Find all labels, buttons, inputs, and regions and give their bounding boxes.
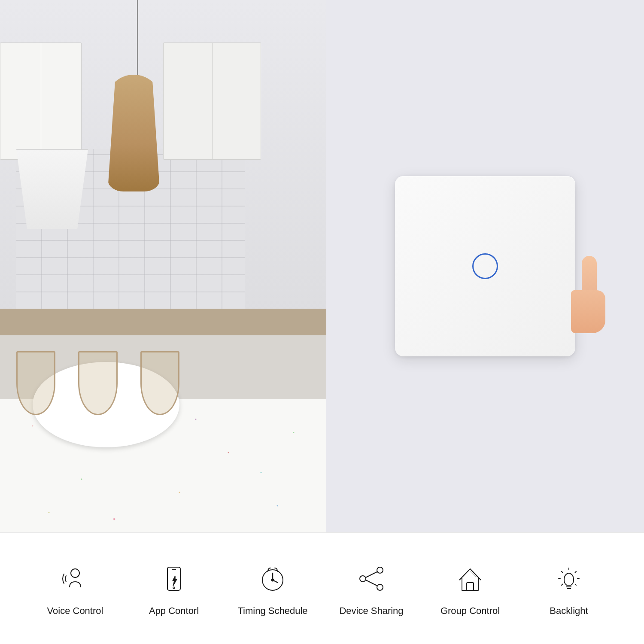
range-hood — [16, 149, 88, 229]
backlight-icon — [550, 559, 588, 598]
top-section — [0, 0, 644, 532]
feature-device-sharing: Device Sharing — [328, 559, 414, 617]
smart-switch-device — [395, 176, 575, 356]
feature-voice-control: Voice Control — [32, 559, 118, 617]
svg-point-10 — [377, 584, 383, 590]
features-section: Voice Control App Contorl — [0, 532, 644, 644]
svg-point-0 — [71, 569, 79, 577]
home-svg — [455, 564, 485, 594]
clock-svg — [258, 564, 288, 594]
bulb-svg — [554, 564, 584, 594]
voice-control-label: Voice Control — [47, 605, 103, 617]
svg-line-12 — [366, 580, 377, 586]
palm — [571, 290, 605, 333]
switch-panel-area — [326, 0, 644, 532]
device-sharing-label: Device Sharing — [339, 605, 403, 617]
share-svg — [356, 564, 386, 594]
chair-1 — [16, 351, 55, 415]
pendant-shade — [108, 75, 160, 192]
kitchen-counter — [0, 309, 326, 335]
svg-rect-13 — [467, 583, 474, 590]
svg-line-11 — [366, 572, 377, 577]
voice-svg — [60, 564, 90, 594]
pendant-cord — [137, 0, 138, 80]
feature-group-control: Group Control — [427, 559, 513, 617]
timing-schedule-label: Timing Schedule — [237, 605, 307, 617]
chair-3 — [140, 351, 179, 415]
main-container: Voice Control App Contorl — [0, 0, 644, 644]
svg-line-22 — [562, 584, 563, 586]
kitchen-background — [0, 0, 326, 532]
switch-ring — [472, 253, 498, 279]
voice-control-icon — [56, 559, 94, 598]
svg-line-17 — [575, 571, 577, 573]
feature-backlight: Backlight — [526, 559, 612, 617]
svg-line-19 — [562, 571, 563, 573]
backlight-label: Backlight — [550, 605, 588, 617]
svg-point-7 — [272, 579, 274, 581]
svg-point-9 — [360, 576, 366, 582]
app-control-label: App Contorl — [149, 605, 199, 617]
kitchen-photo — [0, 0, 326, 532]
svg-line-21 — [575, 584, 577, 586]
feature-app-control: App Contorl — [131, 559, 217, 617]
svg-point-3 — [173, 587, 175, 589]
hand-pointing — [524, 247, 610, 342]
app-svg — [159, 564, 189, 594]
switch-touch-button[interactable] — [470, 251, 500, 281]
upper-cabinets-right — [163, 43, 261, 160]
app-control-icon — [155, 559, 193, 598]
chair-2 — [78, 351, 117, 415]
feature-timing-schedule: Timing Schedule — [230, 559, 316, 617]
svg-point-8 — [377, 567, 383, 573]
device-sharing-icon — [352, 559, 391, 598]
group-control-icon — [451, 559, 489, 598]
group-control-label: Group Control — [440, 605, 500, 617]
upper-cabinets-left — [0, 43, 82, 160]
timing-schedule-icon — [253, 559, 292, 598]
